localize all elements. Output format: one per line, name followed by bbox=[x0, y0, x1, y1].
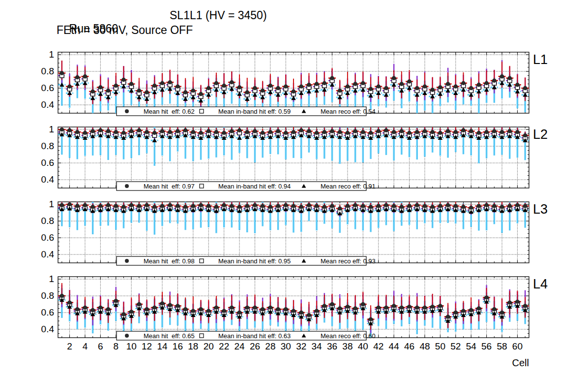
filled-circle-marker bbox=[430, 305, 434, 309]
filled-circle-marker bbox=[106, 203, 110, 207]
x-tick-label: 54 bbox=[466, 341, 477, 351]
filled-circle-marker bbox=[284, 84, 288, 88]
filled-circle-marker bbox=[160, 129, 164, 133]
panel-L4: 10.80.60.4L4Mean hit eff: 0.65Mean in-ba… bbox=[41, 274, 548, 340]
x-tick-label: 2 bbox=[67, 341, 72, 351]
filled-triangle-marker bbox=[469, 93, 473, 96]
x-tick-label: 56 bbox=[481, 341, 492, 351]
filled-circle-marker bbox=[469, 206, 473, 210]
filled-circle-marker bbox=[484, 81, 488, 85]
filled-circle-marker bbox=[137, 89, 141, 93]
legend-square-icon bbox=[200, 259, 204, 263]
filled-circle-marker bbox=[98, 306, 102, 310]
filled-circle-marker bbox=[323, 81, 326, 85]
filled-circle-marker bbox=[361, 130, 365, 134]
filled-circle-marker bbox=[237, 85, 241, 89]
filled-circle-marker bbox=[500, 74, 504, 78]
filled-circle-marker bbox=[67, 128, 71, 132]
filled-circle-marker bbox=[199, 131, 203, 135]
filled-circle-marker bbox=[338, 206, 342, 210]
filled-circle-marker bbox=[98, 204, 102, 208]
filled-circle-marker bbox=[446, 315, 450, 318]
filled-circle-marker bbox=[152, 205, 156, 209]
filled-circle-marker bbox=[268, 306, 272, 310]
filled-circle-marker bbox=[400, 205, 404, 209]
filled-circle-marker bbox=[407, 204, 411, 208]
filled-circle-marker bbox=[292, 130, 295, 134]
legend-label-reco: Mean reco eff: 0.54 bbox=[321, 108, 376, 115]
filled-triangle-marker bbox=[330, 83, 335, 87]
filled-circle-marker bbox=[245, 90, 249, 94]
filled-circle-marker bbox=[83, 306, 87, 310]
filled-triangle-marker bbox=[337, 95, 342, 99]
filled-circle-marker bbox=[377, 204, 381, 208]
filled-circle-marker bbox=[307, 203, 311, 207]
filled-circle-marker bbox=[446, 203, 450, 207]
efficiency-chart: 10.80.60.4L1Mean hit eff: 0.62Mean in-ba… bbox=[0, 0, 588, 380]
filled-circle-marker bbox=[500, 130, 504, 134]
filled-circle-marker bbox=[330, 204, 334, 208]
filled-circle-marker bbox=[477, 131, 481, 135]
filled-circle-marker bbox=[253, 86, 257, 90]
filled-circle-marker bbox=[129, 129, 133, 133]
filled-circle-marker bbox=[121, 131, 125, 135]
filled-circle-marker bbox=[191, 89, 195, 93]
filled-circle-marker bbox=[106, 129, 110, 133]
filled-triangle-marker bbox=[500, 81, 504, 85]
filled-circle-marker bbox=[90, 90, 94, 94]
filled-circle-marker bbox=[152, 131, 156, 135]
filled-triangle-marker bbox=[222, 90, 227, 94]
filled-triangle-marker bbox=[191, 95, 196, 99]
y-tick-label: 1 bbox=[49, 49, 54, 60]
legend-circle-icon bbox=[125, 184, 129, 188]
filled-circle-marker bbox=[407, 305, 411, 309]
x-tick-label: 58 bbox=[497, 341, 507, 351]
filled-triangle-marker bbox=[260, 95, 265, 99]
filled-circle-marker bbox=[508, 129, 512, 133]
x-tick-label: 30 bbox=[281, 341, 291, 351]
filled-circle-marker bbox=[237, 128, 241, 132]
x-tick-label: 8 bbox=[113, 341, 118, 351]
filled-circle-marker bbox=[129, 310, 133, 314]
filled-triangle-marker bbox=[484, 88, 489, 92]
filled-circle-marker bbox=[137, 128, 141, 132]
y-tick-label: 0.4 bbox=[41, 174, 55, 185]
filled-triangle-marker bbox=[152, 90, 157, 94]
filled-triangle-marker bbox=[121, 84, 126, 88]
filled-circle-marker bbox=[106, 307, 110, 311]
x-tick-label: 42 bbox=[373, 341, 383, 351]
x-tick-label: 24 bbox=[234, 341, 245, 351]
legend-square-icon bbox=[200, 184, 204, 188]
filled-triangle-marker bbox=[253, 93, 258, 96]
filled-circle-marker bbox=[292, 90, 295, 94]
y-tick-label: 0.6 bbox=[41, 83, 54, 93]
legend-circle-icon bbox=[125, 259, 129, 263]
legend-label-reco: Mean reco eff: 0.93 bbox=[321, 257, 376, 265]
filled-circle-marker bbox=[315, 82, 319, 86]
y-tick-label: 0.4 bbox=[41, 249, 55, 259]
filled-triangle-marker bbox=[307, 89, 312, 93]
filled-triangle-marker bbox=[461, 88, 466, 92]
filled-circle-marker bbox=[129, 82, 133, 86]
filled-circle-marker bbox=[268, 130, 272, 134]
filled-circle-marker bbox=[206, 204, 210, 208]
filled-circle-marker bbox=[292, 309, 295, 313]
filled-circle-marker bbox=[353, 82, 357, 86]
filled-circle-marker bbox=[400, 306, 404, 310]
legend-circle-icon bbox=[125, 109, 129, 113]
x-tick-label: 4 bbox=[83, 341, 88, 351]
filled-triangle-marker bbox=[414, 93, 419, 96]
x-tick-label: 6 bbox=[98, 341, 103, 351]
x-tick-label: 34 bbox=[312, 341, 323, 351]
filled-triangle-marker bbox=[523, 93, 528, 96]
x-axis-title: Cell bbox=[512, 357, 529, 368]
legend-square-icon bbox=[200, 109, 204, 113]
filled-circle-marker bbox=[307, 313, 311, 317]
filled-circle-marker bbox=[261, 204, 265, 208]
filled-circle-marker bbox=[284, 203, 288, 207]
filled-circle-marker bbox=[276, 129, 280, 133]
x-tick-label: 12 bbox=[142, 341, 152, 351]
filled-triangle-marker bbox=[422, 91, 427, 95]
filled-circle-marker bbox=[477, 306, 481, 310]
filled-circle-marker bbox=[369, 317, 373, 321]
